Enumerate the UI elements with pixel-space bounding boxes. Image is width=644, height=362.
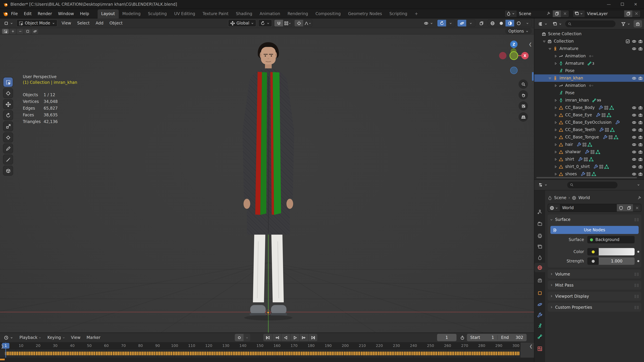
show-overlays-toggle[interactable] xyxy=(458,20,466,26)
shading-dropdown[interactable] xyxy=(523,20,532,26)
properties-tab-object[interactable] xyxy=(534,288,545,298)
shading-material-preview-button[interactable] xyxy=(506,20,514,26)
color-swatch[interactable] xyxy=(599,248,634,255)
eye-toggle-icon[interactable] xyxy=(632,149,636,154)
shading-rendered-button[interactable] xyxy=(514,20,523,26)
disclosure-icon[interactable] xyxy=(554,172,558,175)
eye-toggle-icon[interactable] xyxy=(632,172,636,176)
outliner-row-hair[interactable]: hair xyxy=(534,141,644,148)
workspace-tab--[interactable]: + xyxy=(411,9,422,18)
disclosure-icon[interactable] xyxy=(554,113,558,116)
properties-tab-render[interactable] xyxy=(534,219,545,229)
menu-window[interactable]: Window xyxy=(55,9,77,17)
breadcrumb-world[interactable]: World xyxy=(578,195,590,200)
world-browse-icon[interactable] xyxy=(548,204,560,212)
select-mode-invert-button[interactable] xyxy=(24,29,31,34)
outliner-row-armature[interactable]: Armature3 xyxy=(534,60,644,67)
keyframes-band[interactable] xyxy=(5,352,520,355)
close-button[interactable]: ✕ xyxy=(633,2,638,7)
snap-toggle[interactable] xyxy=(274,20,283,26)
frame-start-field[interactable]: Start1 xyxy=(467,335,498,340)
camera-toggle-icon[interactable] xyxy=(638,149,643,154)
timeline-editor-type-button[interactable] xyxy=(2,334,15,341)
tool-scale-button[interactable] xyxy=(3,122,13,131)
workspace-tab-layout[interactable]: Layout xyxy=(98,9,119,18)
outliner-row-pose[interactable]: Pose xyxy=(534,89,644,96)
timeline-menu-keying[interactable]: Keying xyxy=(44,334,68,342)
camera-toggle-icon[interactable] xyxy=(638,157,643,162)
proportional-editing-toggle[interactable] xyxy=(295,20,304,26)
properties-tab-tool[interactable] xyxy=(534,207,545,216)
outliner-row-pose[interactable]: Pose xyxy=(534,67,644,74)
properties-editor-type-button[interactable] xyxy=(536,181,550,189)
workspace-tab-sculpting[interactable]: Sculpting xyxy=(144,9,170,18)
outliner-row-cc-base-eye[interactable]: CC_Base_Eye xyxy=(534,111,644,119)
sidebar-collapse-arrow[interactable]: ❮ xyxy=(528,42,532,46)
gizmo-x-neg-axis[interactable] xyxy=(499,52,506,59)
panel-volume[interactable]: Volume⣿⣿ xyxy=(548,270,641,279)
scene-unlink-button[interactable] xyxy=(561,10,569,17)
auto-keying-record-button[interactable] xyxy=(235,334,244,341)
color-input-icon[interactable] xyxy=(587,248,599,255)
panel-expand-icon[interactable] xyxy=(550,217,553,222)
properties-tab-output[interactable] xyxy=(534,231,545,240)
outliner-row-shirt-0-shirt[interactable]: shirt_0_shirt xyxy=(534,163,644,170)
outliner-editor-type-button[interactable] xyxy=(536,20,550,27)
viewport-menu-view[interactable]: View xyxy=(58,19,74,27)
properties-tab-collection[interactable] xyxy=(534,276,545,285)
gizmo-z-axis[interactable]: Z xyxy=(510,40,518,48)
show-gizmo-toggle[interactable] xyxy=(438,20,446,26)
disclosure-icon[interactable] xyxy=(554,143,558,146)
select-mode-intersect-button[interactable] xyxy=(32,29,38,34)
menu-render[interactable]: Render xyxy=(35,9,55,17)
properties-tab-data[interactable] xyxy=(534,321,545,331)
pin-icon[interactable] xyxy=(637,196,641,200)
proportional-falloff-dropdown[interactable] xyxy=(304,20,312,26)
camera-toggle-icon[interactable] xyxy=(638,135,643,139)
workspace-tab-geometry-nodes[interactable]: Geometry Nodes xyxy=(344,9,386,18)
panel-custom-properties[interactable]: Custom Properties⣿⣿ xyxy=(548,303,641,312)
timeline-menu-view[interactable]: View xyxy=(68,334,84,342)
tool-move-button[interactable] xyxy=(3,99,13,109)
gizmo-z-neg-axis[interactable] xyxy=(510,67,518,74)
options-dropdown[interactable]: Options xyxy=(505,28,532,34)
viewport-menu-object[interactable]: Object xyxy=(106,19,126,27)
snap-settings-dropdown[interactable] xyxy=(283,20,292,26)
eye-toggle-icon[interactable] xyxy=(632,105,636,110)
cursor-3d[interactable] xyxy=(265,310,271,315)
jump-to-start-button[interactable] xyxy=(263,334,272,341)
shading-solid-button[interactable] xyxy=(497,20,506,26)
strength-slider[interactable]: 1.000 xyxy=(599,257,634,265)
camera-toggle-icon[interactable] xyxy=(638,113,643,117)
outliner-row-shirt[interactable]: shirt xyxy=(534,156,644,163)
orthographic-toggle-button[interactable] xyxy=(518,112,528,122)
outliner-row-shalwar[interactable]: shalwar xyxy=(534,148,644,156)
world-unlink-button[interactable] xyxy=(633,204,641,212)
timeline-menu-playback[interactable]: Playback xyxy=(16,334,44,342)
camera-view-button[interactable] xyxy=(518,101,528,111)
check-toggle-icon[interactable] xyxy=(626,39,630,43)
properties-tab-constraints[interactable] xyxy=(534,310,545,320)
panel-viewport-display[interactable]: Viewport Display⣿⣿ xyxy=(548,292,641,301)
transform-orientation-dropdown[interactable]: Global xyxy=(228,19,256,27)
jump-to-end-button[interactable] xyxy=(308,334,317,341)
timeline-collapse-arrow[interactable]: ❮ xyxy=(529,344,533,349)
scene-name-field[interactable]: Scene xyxy=(516,10,553,17)
outliner-filter-dropdown[interactable] xyxy=(619,20,632,27)
disclosure-icon[interactable] xyxy=(554,54,558,57)
keying-set-dropdown[interactable] xyxy=(244,334,250,341)
camera-toggle-icon[interactable] xyxy=(638,164,643,169)
overlays-dropdown[interactable] xyxy=(466,20,475,26)
tool-transform-button[interactable] xyxy=(3,133,13,142)
outliner-row-collection[interactable]: Collection xyxy=(534,37,644,45)
minimize-button[interactable]: — xyxy=(606,2,611,7)
strength-input-icon[interactable] xyxy=(587,257,599,265)
camera-toggle-icon[interactable] xyxy=(638,46,643,51)
disclosure-icon[interactable] xyxy=(554,165,558,168)
editor-type-button[interactable] xyxy=(2,19,15,27)
properties-tab-physics[interactable] xyxy=(534,300,545,309)
world-datablock-selector[interactable]: World xyxy=(548,204,641,212)
zoom-button[interactable] xyxy=(518,79,528,89)
eye-toggle-icon[interactable] xyxy=(632,135,636,139)
camera-toggle-icon[interactable] xyxy=(638,127,643,132)
